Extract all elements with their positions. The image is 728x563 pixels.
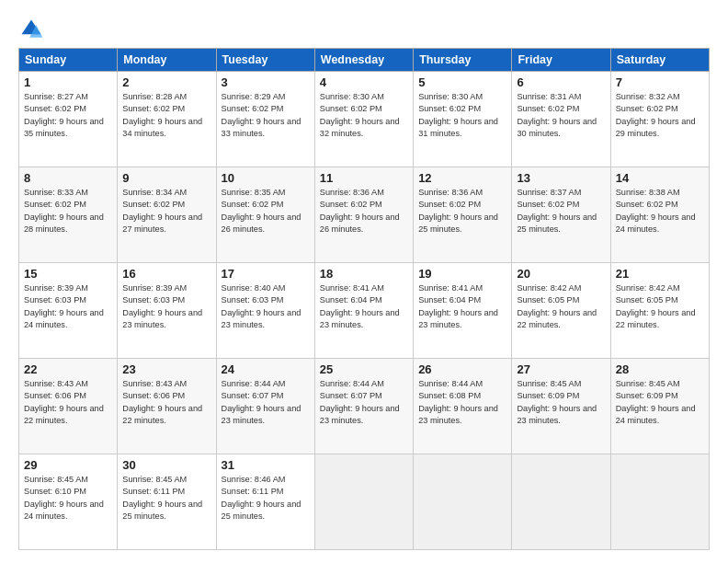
day-number: 2: [122, 75, 210, 89]
day-number: 16: [122, 267, 210, 281]
day-info: Sunrise: 8:42 AMSunset: 6:05 PMDaylight:…: [517, 283, 597, 329]
day-info: Sunrise: 8:41 AMSunset: 6:04 PMDaylight:…: [418, 283, 498, 329]
day-info: Sunrise: 8:42 AMSunset: 6:05 PMDaylight:…: [616, 283, 696, 329]
calendar-day-cell: 15 Sunrise: 8:39 AMSunset: 6:03 PMDaylig…: [19, 263, 118, 359]
calendar-week-row: 15 Sunrise: 8:39 AMSunset: 6:03 PMDaylig…: [19, 263, 710, 359]
day-info: Sunrise: 8:38 AMSunset: 6:02 PMDaylight:…: [616, 188, 696, 234]
calendar-day-cell: 16 Sunrise: 8:39 AMSunset: 6:03 PMDaylig…: [118, 263, 216, 359]
calendar-day-cell: 3 Sunrise: 8:29 AMSunset: 6:02 PMDayligh…: [216, 72, 314, 167]
calendar-day-cell: 9 Sunrise: 8:34 AMSunset: 6:02 PMDayligh…: [118, 167, 216, 263]
day-info: Sunrise: 8:35 AMSunset: 6:02 PMDaylight:…: [222, 188, 301, 234]
day-number: 20: [517, 267, 605, 281]
day-info: Sunrise: 8:44 AMSunset: 6:08 PMDaylight:…: [418, 379, 498, 425]
calendar-day-cell: 20 Sunrise: 8:42 AMSunset: 6:05 PMDaylig…: [512, 263, 610, 359]
calendar-day-header: Saturday: [610, 49, 709, 72]
day-info: Sunrise: 8:40 AMSunset: 6:03 PMDaylight:…: [222, 283, 301, 329]
day-info: Sunrise: 8:36 AMSunset: 6:02 PMDaylight:…: [418, 188, 498, 234]
calendar-day-cell: 19 Sunrise: 8:41 AMSunset: 6:04 PMDaylig…: [414, 263, 512, 359]
calendar-day-cell: 5 Sunrise: 8:30 AMSunset: 6:02 PMDayligh…: [414, 72, 512, 167]
header: [18, 17, 710, 42]
calendar-empty-cell: [314, 454, 413, 550]
calendar-day-cell: 14 Sunrise: 8:38 AMSunset: 6:02 PMDaylig…: [610, 167, 709, 263]
day-number: 14: [616, 171, 704, 185]
day-info: Sunrise: 8:37 AMSunset: 6:02 PMDaylight:…: [517, 188, 597, 234]
day-info: Sunrise: 8:44 AMSunset: 6:07 PMDaylight:…: [320, 379, 400, 425]
day-number: 17: [222, 267, 310, 281]
calendar-day-header: Tuesday: [216, 49, 314, 72]
calendar-day-cell: 17 Sunrise: 8:40 AMSunset: 6:03 PMDaylig…: [216, 263, 314, 359]
day-number: 23: [122, 362, 210, 376]
calendar-day-cell: 18 Sunrise: 8:41 AMSunset: 6:04 PMDaylig…: [314, 263, 413, 359]
calendar-day-header: Friday: [512, 49, 610, 72]
day-info: Sunrise: 8:36 AMSunset: 6:02 PMDaylight:…: [320, 188, 400, 234]
day-number: 4: [320, 75, 408, 89]
day-info: Sunrise: 8:29 AMSunset: 6:02 PMDaylight:…: [222, 92, 301, 138]
page: SundayMondayTuesdayWednesdayThursdayFrid…: [0, 0, 728, 563]
calendar-day-cell: 1 Sunrise: 8:27 AMSunset: 6:02 PMDayligh…: [19, 72, 118, 167]
logo-icon: [18, 17, 44, 42]
calendar-day-cell: 21 Sunrise: 8:42 AMSunset: 6:05 PMDaylig…: [610, 263, 709, 359]
calendar-day-cell: 24 Sunrise: 8:44 AMSunset: 6:07 PMDaylig…: [216, 359, 314, 454]
day-number: 9: [122, 171, 210, 185]
calendar-header-row: SundayMondayTuesdayWednesdayThursdayFrid…: [19, 49, 710, 72]
calendar-day-cell: 31 Sunrise: 8:46 AMSunset: 6:11 PMDaylig…: [216, 454, 314, 550]
day-info: Sunrise: 8:30 AMSunset: 6:02 PMDaylight:…: [418, 92, 498, 138]
day-info: Sunrise: 8:45 AMSunset: 6:11 PMDaylight:…: [122, 475, 202, 521]
day-info: Sunrise: 8:46 AMSunset: 6:11 PMDaylight:…: [222, 475, 301, 521]
calendar-day-cell: 2 Sunrise: 8:28 AMSunset: 6:02 PMDayligh…: [118, 72, 216, 167]
calendar-day-cell: 10 Sunrise: 8:35 AMSunset: 6:02 PMDaylig…: [216, 167, 314, 263]
day-info: Sunrise: 8:43 AMSunset: 6:06 PMDaylight:…: [122, 379, 202, 425]
day-number: 15: [24, 267, 112, 281]
calendar-day-cell: 27 Sunrise: 8:45 AMSunset: 6:09 PMDaylig…: [512, 359, 610, 454]
calendar-day-cell: 23 Sunrise: 8:43 AMSunset: 6:06 PMDaylig…: [118, 359, 216, 454]
day-number: 6: [517, 75, 605, 89]
day-info: Sunrise: 8:45 AMSunset: 6:10 PMDaylight:…: [24, 475, 104, 521]
day-info: Sunrise: 8:28 AMSunset: 6:02 PMDaylight:…: [122, 92, 202, 138]
logo: [18, 17, 48, 42]
day-number: 28: [616, 362, 704, 376]
day-number: 31: [222, 458, 310, 472]
calendar-day-header: Monday: [118, 49, 216, 72]
calendar-day-cell: 8 Sunrise: 8:33 AMSunset: 6:02 PMDayligh…: [19, 167, 118, 263]
day-number: 1: [24, 75, 112, 89]
calendar-day-cell: 13 Sunrise: 8:37 AMSunset: 6:02 PMDaylig…: [512, 167, 610, 263]
calendar-day-cell: 6 Sunrise: 8:31 AMSunset: 6:02 PMDayligh…: [512, 72, 610, 167]
day-number: 12: [418, 171, 506, 185]
day-number: 24: [222, 362, 310, 376]
day-number: 13: [517, 171, 605, 185]
calendar-day-cell: 11 Sunrise: 8:36 AMSunset: 6:02 PMDaylig…: [314, 167, 413, 263]
day-info: Sunrise: 8:39 AMSunset: 6:03 PMDaylight:…: [24, 283, 104, 329]
day-number: 22: [24, 362, 112, 376]
day-info: Sunrise: 8:32 AMSunset: 6:02 PMDaylight:…: [616, 92, 696, 138]
day-number: 11: [320, 171, 408, 185]
calendar-day-cell: 29 Sunrise: 8:45 AMSunset: 6:10 PMDaylig…: [19, 454, 118, 550]
day-number: 5: [418, 75, 506, 89]
calendar-week-row: 1 Sunrise: 8:27 AMSunset: 6:02 PMDayligh…: [19, 72, 710, 167]
day-info: Sunrise: 8:44 AMSunset: 6:07 PMDaylight:…: [222, 379, 301, 425]
day-number: 18: [320, 267, 408, 281]
day-number: 27: [517, 362, 605, 376]
calendar-week-row: 22 Sunrise: 8:43 AMSunset: 6:06 PMDaylig…: [19, 359, 710, 454]
day-info: Sunrise: 8:30 AMSunset: 6:02 PMDaylight:…: [320, 92, 400, 138]
calendar-day-cell: 26 Sunrise: 8:44 AMSunset: 6:08 PMDaylig…: [414, 359, 512, 454]
day-number: 8: [24, 171, 112, 185]
calendar-week-row: 29 Sunrise: 8:45 AMSunset: 6:10 PMDaylig…: [19, 454, 710, 550]
day-info: Sunrise: 8:43 AMSunset: 6:06 PMDaylight:…: [24, 379, 104, 425]
calendar-day-cell: 22 Sunrise: 8:43 AMSunset: 6:06 PMDaylig…: [19, 359, 118, 454]
calendar-empty-cell: [610, 454, 709, 550]
day-number: 10: [222, 171, 310, 185]
calendar-day-cell: 7 Sunrise: 8:32 AMSunset: 6:02 PMDayligh…: [610, 72, 709, 167]
calendar-day-header: Sunday: [19, 49, 118, 72]
calendar-day-cell: 25 Sunrise: 8:44 AMSunset: 6:07 PMDaylig…: [314, 359, 413, 454]
day-number: 26: [418, 362, 506, 376]
day-info: Sunrise: 8:39 AMSunset: 6:03 PMDaylight:…: [122, 283, 202, 329]
day-info: Sunrise: 8:41 AMSunset: 6:04 PMDaylight:…: [320, 283, 400, 329]
calendar-week-row: 8 Sunrise: 8:33 AMSunset: 6:02 PMDayligh…: [19, 167, 710, 263]
day-number: 30: [122, 458, 210, 472]
day-number: 29: [24, 458, 112, 472]
calendar-day-cell: 12 Sunrise: 8:36 AMSunset: 6:02 PMDaylig…: [414, 167, 512, 263]
day-info: Sunrise: 8:34 AMSunset: 6:02 PMDaylight:…: [122, 188, 202, 234]
day-number: 7: [616, 75, 704, 89]
day-info: Sunrise: 8:31 AMSunset: 6:02 PMDaylight:…: [517, 92, 597, 138]
day-info: Sunrise: 8:27 AMSunset: 6:02 PMDaylight:…: [24, 92, 104, 138]
